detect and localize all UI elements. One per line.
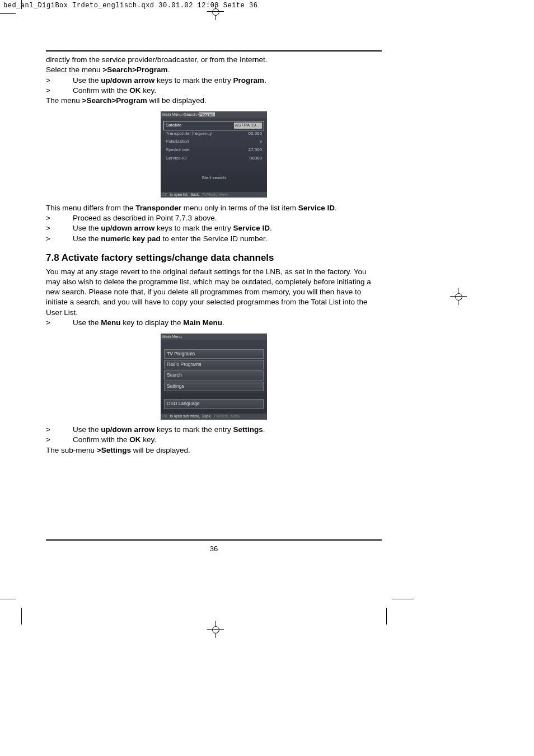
bullet-marker: > bbox=[46, 435, 73, 445]
text: Main Menu>Search> bbox=[162, 112, 199, 116]
menu-path: >Settings bbox=[97, 446, 131, 454]
osd-start-search: Start search bbox=[164, 175, 264, 181]
text: . bbox=[263, 425, 265, 434]
hint-text: TV/Radio, Menu bbox=[202, 192, 228, 198]
page-number: 36 bbox=[46, 544, 382, 554]
hint-text: to open sub menu, bbox=[170, 414, 200, 419]
osd-body: TV Programs Radio Programs Search Settin… bbox=[161, 340, 267, 414]
text: keys to mark the entry bbox=[154, 224, 233, 232]
text: Use the bbox=[73, 224, 101, 232]
text: . bbox=[335, 204, 337, 212]
text: key to display the bbox=[121, 318, 184, 327]
text: Confirm with the bbox=[73, 435, 129, 444]
list-item: > Proceed as described in Point 7.7.3 ab… bbox=[46, 213, 382, 223]
menu-path: >Search>Program bbox=[102, 65, 167, 74]
osd-main-menu: Main Menu TV Programs Radio Programs Sea… bbox=[161, 334, 267, 420]
osd-item-tv: TV Programs bbox=[164, 349, 264, 359]
label: Symbol rate bbox=[166, 147, 190, 153]
entry-name: Settings bbox=[233, 425, 263, 434]
term: Transponder bbox=[135, 204, 181, 212]
paragraph: This menu differs from the Transponder m… bbox=[46, 203, 382, 213]
key-name: numeric key pad bbox=[101, 234, 161, 243]
hint-text: Back, bbox=[191, 192, 200, 198]
footer-zone: 36 bbox=[46, 539, 382, 554]
text: will be displayed. bbox=[131, 446, 190, 454]
list-text: Use the up/down arrow keys to mark the e… bbox=[73, 76, 382, 86]
osd-screenshot: Main Menu TV Programs Radio Programs Sea… bbox=[46, 334, 382, 420]
osd-item-search: Search bbox=[164, 370, 264, 380]
label: Transponder frequency bbox=[166, 131, 212, 137]
text: Use the bbox=[73, 76, 101, 84]
osd-body: SatelliteASTRA 19.... Transponder freque… bbox=[161, 118, 267, 192]
list-text: Use the up/down arrow keys to mark the e… bbox=[73, 425, 382, 435]
horizontal-rule bbox=[46, 50, 382, 51]
osd-footer: OK to open sub menu, Back, TV/Radio, Men… bbox=[161, 414, 267, 420]
osd-row-polarization: Polarizationv bbox=[164, 138, 264, 146]
text: Use the bbox=[73, 234, 101, 243]
bullet-marker: > bbox=[46, 223, 73, 233]
value: ASTRA 19.... bbox=[234, 123, 262, 129]
value: v bbox=[260, 139, 262, 145]
entry-name: Service ID bbox=[233, 224, 270, 232]
text: Select the menu bbox=[46, 65, 102, 74]
list-item: > Confirm with the OK key. bbox=[46, 435, 382, 445]
horizontal-rule bbox=[46, 539, 382, 541]
osd-breadcrumb: Main Menu bbox=[161, 334, 267, 340]
menu-name: Main Menu bbox=[183, 318, 222, 327]
bullet-marker: > bbox=[46, 213, 73, 223]
text: key. bbox=[141, 86, 157, 95]
text: This menu differs from the bbox=[46, 204, 135, 212]
registration-mark-icon bbox=[450, 288, 467, 305]
osd-item-language: OSD Language bbox=[164, 399, 264, 408]
list-text: Proceed as described in Point 7.7.3 abov… bbox=[73, 213, 382, 223]
hint-text: Back, bbox=[202, 414, 211, 419]
bullet-marker: > bbox=[46, 318, 73, 328]
list-text: Use the numeric key pad to enter the Ser… bbox=[73, 234, 382, 244]
text: keys to mark the entry bbox=[154, 76, 233, 84]
osd-row-symbolrate: Symbol rate27,500 bbox=[164, 146, 264, 154]
print-header: bed_anl_DigiBox Irdeto_englisch.qxd 30.0… bbox=[0, 0, 534, 11]
text: The sub-menu bbox=[46, 446, 97, 454]
value: 00000 bbox=[250, 156, 262, 162]
paragraph: The menu >Search>Program will be display… bbox=[46, 96, 382, 106]
text: . bbox=[270, 224, 272, 232]
list-item: > Use the numeric key pad to enter the S… bbox=[46, 234, 382, 244]
list-item: > Confirm with the OK key. bbox=[46, 86, 382, 96]
label: Satellite bbox=[166, 123, 181, 129]
paragraph: Select the menu >Search>Program. bbox=[46, 65, 382, 75]
text: Confirm with the bbox=[73, 86, 129, 95]
text: . bbox=[168, 65, 170, 74]
content-column: directly from the service provider/broad… bbox=[46, 55, 382, 553]
osd-row-serviceid: Service-ID00000 bbox=[164, 154, 264, 163]
bullet-marker: > bbox=[46, 425, 73, 435]
label: Polarization bbox=[166, 139, 189, 145]
list-item: > Use the up/down arrow keys to mark the… bbox=[46, 76, 382, 86]
menu-path: >Search>Program bbox=[82, 96, 147, 105]
label: Service-ID bbox=[166, 156, 186, 162]
key-name: up/down arrow bbox=[101, 224, 154, 232]
text: . bbox=[264, 76, 266, 84]
paragraph: You may at any stage revert to the origi… bbox=[46, 267, 382, 318]
list-text: Use the up/down arrow keys to mark the e… bbox=[73, 223, 382, 233]
text: key. bbox=[141, 435, 157, 444]
text: The menu bbox=[46, 96, 82, 105]
page-body: directly from the service provider/broad… bbox=[0, 11, 534, 553]
text: keys to mark the entry bbox=[154, 425, 233, 434]
hint-key: OK bbox=[162, 192, 167, 198]
list-item: > Use the up/down arrow keys to mark the… bbox=[46, 425, 382, 435]
bullet-marker: > bbox=[46, 76, 73, 86]
bullet-marker: > bbox=[46, 86, 73, 96]
text: Use the bbox=[73, 425, 101, 434]
osd-row-satellite: SatelliteASTRA 19.... bbox=[164, 121, 264, 130]
section-heading: 7.8 Activate factory settings/change dat… bbox=[46, 252, 382, 265]
key-name: OK bbox=[129, 86, 140, 95]
value: 00,000 bbox=[249, 131, 262, 137]
osd-item-settings: Settings bbox=[164, 382, 264, 391]
paragraph: directly from the service provider/broad… bbox=[46, 55, 382, 65]
osd-breadcrumb: Main Menu>Search>Program bbox=[161, 111, 267, 118]
list-item: > Use the up/down arrow keys to mark the… bbox=[46, 223, 382, 233]
text: . bbox=[222, 318, 224, 327]
hint-text: TV/Radio, Menu bbox=[214, 414, 240, 419]
paragraph: The sub-menu >Settings will be displayed… bbox=[46, 445, 382, 456]
key-name: up/down arrow bbox=[101, 76, 154, 84]
